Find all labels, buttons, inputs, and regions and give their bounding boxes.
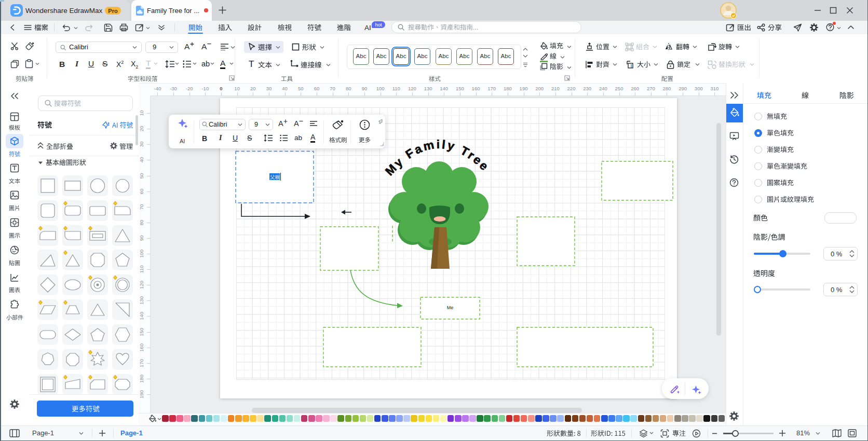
svg-text:I: I	[631, 63, 632, 68]
